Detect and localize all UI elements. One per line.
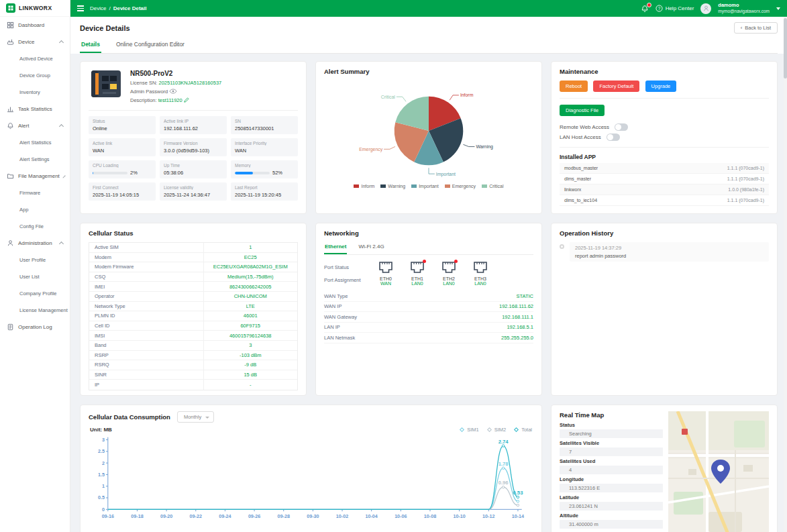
- table-row: WAN Gateway192.168.111.1: [324, 312, 533, 323]
- sidebar-item-alert[interactable]: Alert: [0, 117, 70, 134]
- stat-chip-cpu-loading: CPU Loading2%: [89, 160, 156, 178]
- legend-swatch: [411, 184, 417, 188]
- sidebar-item-label: Alert Settings: [19, 156, 50, 162]
- alert-pie-legend: Inform Warning Important Emergency Criti…: [324, 184, 533, 189]
- legend-item-sim1[interactable]: SIM1: [460, 427, 479, 433]
- cards-grid: NR500-ProV2 License SN: 20251103KNJA5128…: [70, 54, 787, 532]
- sidebar-item-dashboard[interactable]: Dashboard: [0, 17, 70, 34]
- legend-item-inform[interactable]: Inform: [354, 184, 374, 189]
- remote-web-access-row: Remote Web Access: [560, 123, 769, 131]
- brand-name: LINKWORX: [19, 5, 52, 11]
- svg-text:0.5: 0.5: [98, 494, 105, 500]
- scrollbar-thumb[interactable]: [784, 18, 787, 78]
- notifications-button[interactable]: [641, 5, 649, 13]
- table-row: Modem FirmwareEC25EUXGAR08A02M1G_ESIM: [89, 262, 297, 272]
- legend-item-emergency[interactable]: Emergency: [445, 184, 476, 189]
- edit-pencil-icon[interactable]: [184, 97, 189, 103]
- unit-label: Unit: MB: [90, 427, 112, 433]
- svg-text:Important: Important: [436, 172, 456, 177]
- sidebar-item-config-file[interactable]: Config File: [0, 218, 70, 235]
- tab-details[interactable]: Details: [80, 39, 101, 53]
- svg-text:09-26: 09-26: [248, 513, 260, 519]
- sidebar-item-inventory[interactable]: Inventory: [0, 84, 70, 101]
- reboot-button[interactable]: Reboot: [560, 81, 588, 92]
- sidebar-item-administration[interactable]: Administration: [0, 235, 70, 252]
- svg-text:Inform: Inform: [460, 93, 474, 97]
- svg-text:09-22: 09-22: [190, 513, 202, 519]
- cpu-progress-bar: [93, 172, 127, 174]
- breadcrumb-section[interactable]: Device: [90, 5, 106, 11]
- tab-wifi-24g[interactable]: Wi-Fi 2.4G: [358, 242, 384, 254]
- app-root: LINKWORX Dashboard Device Actived Device…: [0, 0, 787, 532]
- device-stats-grid: StatusOnline Active link IP192.168.111.6…: [89, 116, 298, 201]
- sidebar-item-label: Company Profile: [19, 290, 56, 297]
- stat-chip-firmware-version: Firmware Version3.0.0 (0d59d59-103): [160, 138, 227, 156]
- svg-text:09-20: 09-20: [160, 513, 172, 519]
- user-menu[interactable]: damomo mymo@navigataworx.com: [718, 3, 770, 13]
- sidebar-item-company-profile[interactable]: Company Profile: [0, 285, 70, 302]
- sidebar-item-device[interactable]: Device: [0, 34, 70, 50]
- sidebar-item-device-group[interactable]: Device Group: [0, 67, 70, 84]
- operation-history-title: Operation History: [560, 229, 769, 237]
- map-view[interactable]: [668, 411, 769, 532]
- tab-ethernet[interactable]: Ethernet: [324, 242, 347, 254]
- alert-summary-card: Alert Summary InformWarningImportantEmer…: [315, 61, 542, 214]
- svg-text:10-08: 10-08: [424, 513, 436, 519]
- scrollbar[interactable]: [784, 17, 787, 532]
- ethernet-port-icon: [410, 261, 425, 274]
- chevron-up-icon: [59, 242, 64, 246]
- sidebar-item-user-profile[interactable]: User Profile: [0, 252, 70, 268]
- sidebar-item-label: Device Group: [19, 72, 50, 78]
- remote-web-access-toggle[interactable]: [615, 123, 628, 131]
- sidebar-item-actived-device[interactable]: Actived Device: [0, 50, 70, 67]
- stat-chip-active-link: Active linkWAN: [89, 138, 156, 156]
- sidebar-item-file-management[interactable]: File Management: [0, 168, 70, 184]
- alert-pie-chart: InformWarningImportantEmergencyCritical: [324, 81, 533, 181]
- factory-default-button[interactable]: Factory Default: [593, 81, 639, 92]
- sidebar-item-app[interactable]: App: [0, 201, 70, 218]
- page-title: Device Details: [80, 24, 130, 32]
- legend-item-important[interactable]: Important: [411, 184, 439, 189]
- sidebar-item-license-management[interactable]: License Management: [0, 302, 70, 319]
- app-row: linkworx1.0.0 (980a1fe-1): [560, 184, 769, 195]
- svg-text:09-16: 09-16: [102, 513, 114, 519]
- device-thumbnail: [89, 68, 123, 100]
- chevron-down-icon[interactable]: [776, 7, 780, 10]
- diagnostic-file-button[interactable]: Diagnostic File: [560, 105, 605, 116]
- eye-icon[interactable]: [169, 89, 177, 94]
- avatar[interactable]: [700, 3, 711, 14]
- sidebar-item-alert-settings[interactable]: Alert Settings: [0, 151, 70, 168]
- lan-host-access-toggle[interactable]: [607, 134, 620, 141]
- sidebar-item-label: Actived Device: [19, 56, 53, 62]
- svg-text:Warning: Warning: [476, 144, 493, 150]
- tab-online-configuration-editor[interactable]: Online Configuration Editor: [115, 39, 186, 53]
- brand[interactable]: LINKWORX: [0, 0, 70, 17]
- sidebar-item-alert-statistics[interactable]: Alert Statistics: [0, 134, 70, 151]
- legend-item-sim2[interactable]: SIM2: [488, 427, 507, 433]
- ethernet-port-icon: [473, 261, 488, 274]
- legend-item-critical[interactable]: Critical: [482, 184, 503, 189]
- table-row: Active SIM1: [89, 243, 297, 253]
- cellular-status-card: Cellular Status Active SIM1 ModemEC25 Mo…: [80, 223, 307, 396]
- upgrade-button[interactable]: Upgrade: [645, 81, 677, 92]
- sidebar-item-user-list[interactable]: User List: [0, 268, 70, 285]
- sidebar-item-firmware[interactable]: Firmware: [0, 184, 70, 201]
- sidebar-item-task-statistics[interactable]: Task Statistics: [0, 101, 70, 117]
- back-to-list-button[interactable]: ‹Back to List: [734, 22, 778, 34]
- sidebar-item-label: Firmware: [19, 190, 40, 196]
- menu-toggle-icon[interactable]: [77, 5, 84, 11]
- sidebar-item-operation-log[interactable]: Operation Log: [0, 319, 70, 335]
- divider: [89, 110, 298, 111]
- legend-swatch: [354, 184, 359, 188]
- sidebar-item-label: License Management: [19, 307, 68, 313]
- sidebar-item-label: Operation Log: [18, 324, 52, 330]
- sidebar-item-label: Alert Statistics: [19, 140, 52, 146]
- svg-text:10-06: 10-06: [395, 513, 407, 519]
- period-select[interactable]: Monthly: [177, 411, 214, 423]
- help-center-button[interactable]: ? Help Center: [655, 5, 694, 12]
- legend-item-warning[interactable]: Warning: [380, 184, 405, 189]
- svg-text:2.74: 2.74: [499, 439, 509, 445]
- legend-item-total[interactable]: Total: [515, 427, 532, 433]
- stat-chip-active-link-ip: Active link IP192.168.111.62: [160, 116, 227, 134]
- port-eth1: ETH1 LAN0: [407, 261, 428, 286]
